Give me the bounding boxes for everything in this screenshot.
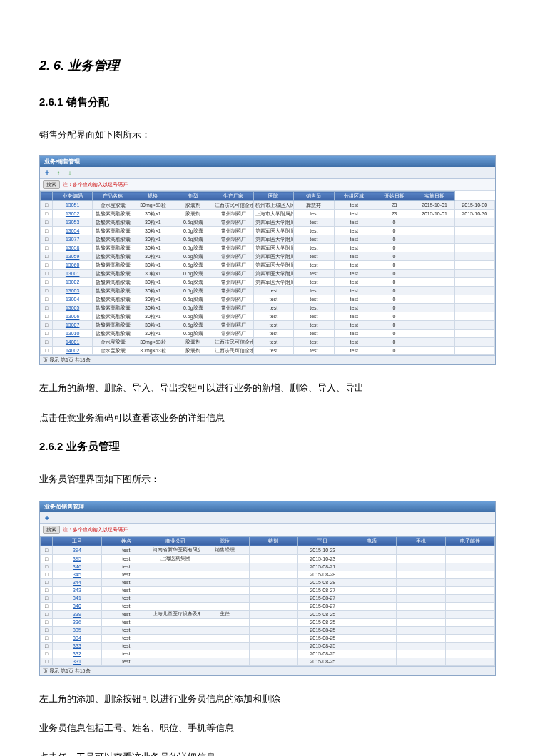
row-select[interactable]: □ [41, 571, 53, 578]
row-select[interactable]: □ [41, 338, 53, 347]
row-select[interactable]: □ [41, 227, 53, 235]
cell: test [334, 227, 374, 235]
id-link-cell[interactable]: 333 [53, 642, 102, 650]
id-link-cell[interactable]: 14002 [53, 347, 93, 355]
row-select[interactable]: □ [41, 270, 53, 278]
id-link-cell[interactable]: 336 [53, 618, 102, 626]
row-select[interactable]: □ [41, 218, 53, 227]
cell: 0.5g胶囊 [173, 312, 213, 321]
column-header[interactable]: 工号 [53, 536, 102, 546]
id-link-cell[interactable]: 394 [53, 546, 102, 554]
id-link-cell[interactable]: 395 [53, 554, 102, 563]
row-select[interactable]: □ [41, 650, 53, 658]
row-select[interactable]: □ [41, 563, 53, 571]
pager-2[interactable]: 页 显示 第1页 共15条 [40, 666, 495, 675]
column-header[interactable]: 规格 [133, 192, 173, 201]
column-header[interactable]: 手机 [397, 536, 446, 546]
id-link-cell[interactable]: 13053 [53, 218, 93, 227]
column-header[interactable]: 剂型 [173, 192, 213, 201]
row-select[interactable]: □ [41, 321, 53, 330]
row-select[interactable]: □ [41, 594, 53, 602]
id-link-cell[interactable]: 13001 [53, 270, 93, 278]
arrow-down-icon[interactable]: ↓ [66, 168, 74, 177]
id-link-cell[interactable]: 346 [53, 563, 102, 571]
row-select[interactable]: □ [41, 312, 53, 321]
row-select[interactable]: □ [41, 252, 53, 261]
id-link-cell[interactable]: 13006 [53, 312, 93, 321]
row-select[interactable]: □ [41, 658, 53, 665]
id-link-cell[interactable]: 335 [53, 626, 102, 634]
row-select[interactable]: □ [41, 626, 53, 634]
column-header[interactable]: 电话 [347, 536, 397, 546]
row-select[interactable]: □ [41, 278, 53, 287]
id-link-cell[interactable]: 13052 [53, 210, 93, 218]
row-select[interactable]: □ [41, 235, 53, 244]
search-button[interactable]: 搜索 [43, 526, 60, 534]
column-header[interactable]: 实施日期 [414, 192, 454, 201]
column-header[interactable]: 开始日期 [374, 192, 414, 201]
id-link-cell[interactable]: 14001 [53, 338, 93, 347]
id-link-cell[interactable]: 13059 [53, 252, 93, 261]
row-select[interactable]: □ [41, 642, 53, 650]
row-select[interactable]: □ [41, 602, 53, 610]
row-select[interactable]: □ [41, 244, 53, 252]
column-header[interactable]: 职位 [200, 536, 249, 546]
row-select[interactable]: □ [41, 201, 53, 210]
row-select[interactable]: □ [41, 554, 53, 563]
id-link-cell[interactable]: 339 [53, 610, 102, 618]
row-select[interactable]: □ [41, 210, 53, 218]
add-icon[interactable]: ＋ [43, 514, 51, 522]
column-header[interactable]: 分组区域 [334, 192, 374, 201]
id-link-cell[interactable]: 13010 [53, 330, 93, 338]
id-link-cell[interactable]: 332 [53, 650, 102, 658]
cell: test [294, 347, 334, 355]
id-link-cell[interactable]: 340 [53, 602, 102, 610]
row-select[interactable]: □ [41, 578, 53, 586]
id-link-cell[interactable]: 13051 [53, 201, 93, 210]
pager-1[interactable]: 页 显示 第1页 共18条 [40, 355, 495, 364]
column-header[interactable]: 姓名 [101, 536, 151, 546]
row-select[interactable]: □ [41, 618, 53, 626]
column-header[interactable]: 下日 [298, 536, 347, 546]
column-header[interactable]: 电子邮件 [446, 536, 495, 546]
id-link-cell[interactable]: 13054 [53, 227, 93, 235]
cell: 盐酸素高脂胶囊 [93, 295, 133, 304]
id-link-cell[interactable]: 13077 [53, 235, 93, 244]
id-link-cell[interactable]: 343 [53, 586, 102, 594]
column-header[interactable] [41, 536, 53, 546]
table-row: □333test2015-08-25 [41, 642, 495, 650]
id-link-cell[interactable]: 341 [53, 594, 102, 602]
row-select[interactable]: □ [41, 586, 53, 594]
id-link-cell[interactable]: 13058 [53, 244, 93, 252]
arrow-up-icon[interactable]: ↑ [54, 168, 63, 177]
column-header[interactable]: 销售员 [294, 192, 334, 201]
id-link-cell[interactable]: 13002 [53, 278, 93, 287]
row-select[interactable]: □ [41, 546, 53, 554]
column-header[interactable] [41, 192, 53, 201]
id-link-cell[interactable]: 344 [53, 578, 102, 586]
id-link-cell[interactable]: 331 [53, 658, 102, 665]
row-select[interactable]: □ [41, 347, 53, 355]
add-icon[interactable]: ＋ [43, 168, 51, 177]
column-header[interactable]: 商业公司 [151, 536, 200, 546]
search-button[interactable]: 搜索 [43, 180, 60, 189]
row-select[interactable]: □ [41, 304, 53, 312]
id-link-cell[interactable]: 13005 [53, 304, 93, 312]
id-link-cell[interactable]: 13004 [53, 295, 93, 304]
row-select[interactable]: □ [41, 634, 53, 642]
id-link-cell[interactable]: 334 [53, 634, 102, 642]
id-link-cell[interactable]: 13007 [53, 321, 93, 330]
column-header[interactable]: 业务编码 [53, 192, 93, 201]
column-header[interactable]: 产品名称 [93, 192, 133, 201]
column-header[interactable]: 医院 [253, 192, 293, 201]
row-select[interactable]: □ [41, 287, 53, 295]
row-select[interactable]: □ [41, 610, 53, 618]
id-link-cell[interactable]: 345 [53, 571, 102, 578]
row-select[interactable]: □ [41, 330, 53, 338]
row-select[interactable]: □ [41, 295, 53, 304]
column-header[interactable]: 生产厂家 [213, 192, 253, 201]
id-link-cell[interactable]: 13003 [53, 287, 93, 295]
id-link-cell[interactable]: 13060 [53, 261, 93, 270]
row-select[interactable]: □ [41, 261, 53, 270]
column-header[interactable]: 特别 [249, 536, 298, 546]
